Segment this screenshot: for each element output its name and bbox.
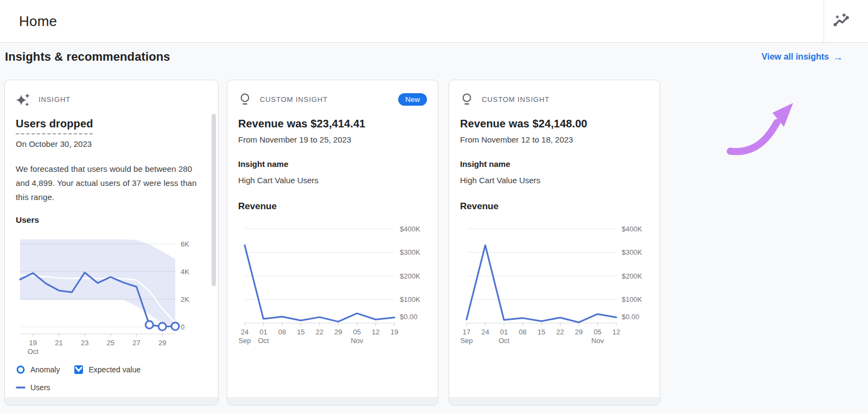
card-footer-strip: [227, 397, 438, 405]
card-type-label: CUSTOM INSIGHT: [260, 95, 328, 104]
insights-section-header: Insights & recommendations View all insi…: [0, 47, 868, 67]
card-footer-strip: [449, 397, 660, 405]
svg-text:29: 29: [158, 339, 166, 347]
section-title: Insights & recommendations: [5, 50, 170, 64]
svg-text:Oct: Oct: [499, 337, 510, 345]
lightbulb-icon: [238, 92, 252, 107]
svg-text:Sep: Sep: [460, 337, 473, 345]
lightbulb-icon: [460, 92, 474, 107]
view-all-insights-link[interactable]: View all insights →: [762, 52, 843, 62]
insight-name-label: Insight name: [460, 159, 649, 169]
expected-value-icon: [74, 365, 84, 375]
arrow-right-icon: →: [833, 52, 843, 62]
sparkle-stars-icon: [16, 92, 30, 107]
svg-text:$300K: $300K: [400, 248, 420, 256]
svg-text:22: 22: [316, 328, 323, 336]
legend-item-anomaly: Anomaly: [16, 365, 60, 375]
svg-text:$400K: $400K: [400, 225, 420, 233]
svg-text:08: 08: [278, 328, 286, 336]
top-bar: Home: [0, 0, 868, 43]
card-type-label: INSIGHT: [39, 95, 71, 104]
svg-text:19: 19: [29, 339, 37, 347]
svg-text:0: 0: [181, 323, 184, 331]
topbar-divider: [824, 0, 824, 43]
svg-text:15: 15: [297, 328, 304, 336]
svg-text:29: 29: [334, 328, 342, 336]
svg-text:29: 29: [575, 328, 583, 336]
chart-legend-row: Users: [16, 383, 207, 392]
card-scrollbar-thumb[interactable]: [212, 114, 216, 286]
svg-text:27: 27: [132, 339, 140, 347]
svg-text:08: 08: [519, 328, 526, 336]
svg-text:23: 23: [81, 339, 88, 347]
svg-text:$200K: $200K: [400, 272, 420, 280]
users-line-icon: [16, 383, 25, 392]
svg-text:15: 15: [538, 328, 545, 336]
svg-text:12: 12: [612, 328, 620, 336]
main-content: Insights & recommendations View all insi…: [0, 43, 868, 405]
insight-description: We forecasted that users would be betwee…: [16, 162, 207, 204]
insight-cards-row: INSIGHT Users dropped On October 30, 202…: [4, 80, 868, 405]
svg-text:05: 05: [593, 328, 601, 336]
chart-metric-title: Users: [16, 215, 207, 225]
svg-text:Oct: Oct: [258, 337, 269, 345]
svg-text:Sep: Sep: [238, 337, 251, 345]
insight-date: On October 30, 2023: [16, 139, 207, 149]
insight-card-users-dropped[interactable]: INSIGHT Users dropped On October 30, 202…: [4, 80, 219, 405]
insights-hub-button[interactable]: [830, 10, 852, 32]
insight-card-revenue-nov12-18[interactable]: CUSTOM INSIGHT Revenue was $24,148.00 Fr…: [449, 80, 660, 405]
svg-text:6K: 6K: [181, 240, 189, 248]
svg-text:01: 01: [259, 328, 267, 336]
svg-text:$100K: $100K: [400, 295, 420, 304]
insight-name-value: High Cart Value Users: [238, 176, 427, 185]
svg-text:$200K: $200K: [622, 272, 642, 280]
view-all-insights-label: View all insights: [762, 52, 829, 62]
legend-label: Anomaly: [30, 365, 60, 374]
svg-text:Nov: Nov: [350, 337, 363, 345]
svg-text:25: 25: [107, 339, 114, 347]
users-forecast-chart: 6K4K2K019Oct2123252729: [16, 228, 207, 357]
svg-text:24: 24: [481, 328, 489, 336]
new-badge: New: [398, 93, 427, 106]
legend-label: Expected value: [88, 365, 141, 374]
chart-metric-title: Revenue: [460, 201, 649, 212]
anomaly-circle-icon: [16, 365, 25, 375]
card-header: INSIGHT: [16, 92, 207, 106]
card-footer-strip: [5, 397, 218, 405]
svg-text:05: 05: [353, 328, 361, 336]
insight-name-value: High Cart Value Users: [460, 176, 649, 185]
svg-text:$100K: $100K: [622, 295, 642, 304]
insight-date-range: From November 12 to 18, 2023: [460, 135, 649, 144]
insight-date-range: From November 19 to 25, 2023: [238, 135, 427, 144]
svg-text:$0.00: $0.00: [622, 313, 640, 321]
chart-legend-row: Anomaly Expected value: [16, 365, 207, 375]
svg-text:$300K: $300K: [622, 248, 642, 256]
svg-text:Oct: Oct: [28, 347, 39, 356]
legend-item-users: Users: [16, 383, 50, 392]
insight-card-title: Revenue was $23,414.41: [238, 118, 427, 130]
insight-name-label: Insight name: [238, 159, 427, 169]
svg-text:21: 21: [55, 339, 62, 347]
insight-card-title: Revenue was $24,148.00: [460, 118, 649, 130]
insight-title-link[interactable]: Users dropped: [16, 118, 93, 134]
svg-text:22: 22: [556, 328, 564, 336]
svg-text:$400K: $400K: [622, 225, 642, 233]
legend-label: Users: [30, 383, 50, 392]
svg-text:2K: 2K: [181, 295, 189, 304]
chart-metric-title: Revenue: [238, 201, 427, 212]
legend-item-expected-value: Expected value: [74, 365, 141, 375]
svg-text:$0.00: $0.00: [400, 313, 418, 321]
svg-text:01: 01: [500, 328, 508, 336]
card-type-label: CUSTOM INSIGHT: [482, 95, 550, 104]
svg-text:Nov: Nov: [591, 337, 604, 345]
revenue-chart: $400K$300K$200K$100K$0.0017Sep2401Oct081…: [460, 215, 649, 348]
insight-card-revenue-nov19-25[interactable]: CUSTOM INSIGHT New Revenue was $23,414.4…: [227, 80, 438, 405]
insight-card-title: Users dropped: [16, 118, 207, 134]
svg-text:24: 24: [241, 328, 248, 336]
insights-sparkline-icon: [831, 12, 851, 30]
svg-text:19: 19: [391, 328, 398, 336]
card-header: CUSTOM INSIGHT New: [238, 92, 427, 106]
page-title: Home: [19, 13, 57, 30]
card-header: CUSTOM INSIGHT: [460, 92, 649, 106]
revenue-chart: $400K$300K$200K$100K$0.0024Sep01Oct08152…: [238, 215, 427, 348]
